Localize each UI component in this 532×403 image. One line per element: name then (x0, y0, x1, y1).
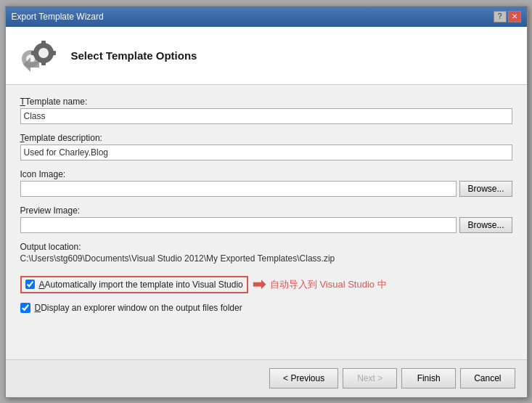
template-description-input[interactable] (20, 144, 512, 160)
output-location-section: Output location: C:\Users\stg609\Documen… (20, 242, 512, 264)
svg-point-3 (38, 48, 49, 58)
next-button[interactable]: Next > (343, 368, 397, 388)
svg-rect-5 (41, 61, 46, 65)
preview-image-section: Preview Image: Browse... (20, 205, 512, 233)
template-name-label: TTemplate name: (20, 97, 512, 107)
template-name-section: TTemplate name: (20, 97, 512, 124)
close-button[interactable]: ✕ (508, 11, 521, 23)
icon-image-label: Icon Image: (20, 169, 512, 179)
icon-image-section: Icon Image: Browse... (20, 169, 512, 197)
auto-import-annotation-row: AAutomatically import the template into … (20, 275, 512, 294)
content-area: TTemplate name: Template description: Ic… (6, 85, 527, 359)
header-section: Select Template Options (6, 27, 527, 85)
icon-image-row: Browse... (20, 181, 512, 197)
gear-icon (17, 36, 61, 76)
dialog-title: Export Template Wizard (12, 12, 104, 22)
annotation-text: 自动导入到 Visual Studio 中 (270, 278, 387, 291)
display-explorer-row: DDisplay an explorer window on the outpu… (20, 303, 512, 313)
display-explorer-label: DDisplay an explorer window on the outpu… (35, 303, 242, 313)
output-location-label: Output location: (20, 242, 512, 252)
browse-preview-button[interactable]: Browse... (459, 217, 512, 233)
preview-image-label: Preview Image: (20, 205, 512, 216)
previous-button[interactable]: < Previous (269, 368, 338, 388)
preview-image-input[interactable] (20, 217, 457, 233)
svg-rect-6 (31, 51, 36, 55)
cancel-button[interactable]: Cancel (460, 368, 515, 388)
annotation-arrow: ⬅ (253, 275, 266, 294)
help-button[interactable]: ? (494, 11, 507, 23)
title-bar-buttons: ? ✕ (494, 11, 521, 23)
browse-icon-button[interactable]: Browse... (459, 181, 512, 197)
auto-import-highlighted: AAutomatically import the template into … (20, 276, 248, 293)
export-template-dialog: Export Template Wizard ? ✕ (5, 6, 528, 398)
preview-image-row: Browse... (20, 217, 512, 233)
header-title: Select Template Options (71, 49, 197, 62)
svg-rect-4 (41, 41, 46, 45)
template-name-input[interactable] (20, 108, 512, 124)
output-location-value: C:\Users\stg609\Documents\Visual Studio … (20, 253, 512, 264)
finish-button[interactable]: Finish (401, 368, 456, 388)
title-bar: Export Template Wizard ? ✕ (6, 7, 527, 27)
display-explorer-checkbox[interactable] (20, 303, 30, 313)
auto-import-label: AAutomatically import the template into … (39, 280, 243, 290)
icon-image-input[interactable] (20, 181, 457, 197)
footer: < Previous Next > Finish Cancel (6, 359, 527, 397)
template-description-label: Template description: (20, 133, 512, 143)
template-description-section: Template description: (20, 133, 512, 160)
auto-import-checkbox[interactable] (25, 280, 35, 289)
svg-rect-7 (52, 51, 56, 55)
